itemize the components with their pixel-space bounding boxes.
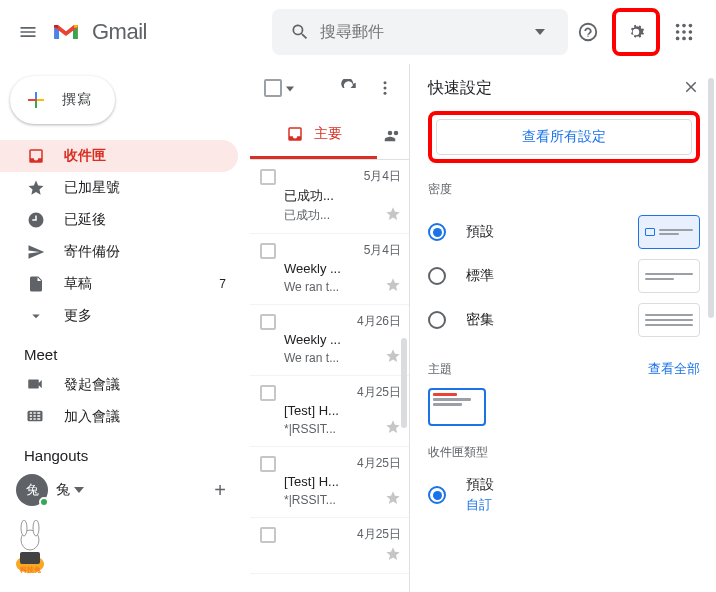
mail-item[interactable]: 4月25日: [250, 518, 409, 574]
mail-snippet: We ran t...: [284, 280, 385, 294]
mail-date: 5月4日: [276, 168, 401, 185]
star-icon[interactable]: [385, 206, 401, 225]
add-contact-button[interactable]: +: [206, 476, 234, 504]
svg-point-4: [682, 30, 686, 34]
svg-point-16: [33, 520, 39, 536]
settings-button[interactable]: [616, 12, 656, 52]
density-option-default[interactable]: 預設: [428, 210, 700, 254]
mail-date: 5月4日: [276, 242, 401, 259]
logo[interactable]: Gmail: [52, 19, 232, 45]
gmail-logo-icon: [52, 21, 80, 43]
search-bar[interactable]: [272, 9, 568, 55]
mail-item[interactable]: 4月25日[Test] H...*|RSSIT...: [250, 376, 409, 447]
star-icon[interactable]: [385, 348, 401, 367]
select-all-checkbox[interactable]: [264, 79, 282, 97]
clock-icon: [26, 210, 46, 230]
mail-checkbox[interactable]: [260, 385, 276, 401]
mail-subject: [Test] H...: [260, 474, 401, 489]
meet-join-meeting[interactable]: 加入會議: [0, 401, 250, 433]
compose-button[interactable]: 撰寫: [10, 76, 115, 124]
star-icon[interactable]: [385, 277, 401, 296]
svg-text:科技兔: 科技兔: [19, 566, 42, 574]
panel-title: 快速設定: [428, 78, 682, 99]
mail-item[interactable]: 4月25日[Test] H...*|RSSIT...: [250, 447, 409, 518]
svg-point-8: [689, 37, 693, 41]
select-dropdown[interactable]: [286, 80, 294, 96]
mail-item[interactable]: 4月26日Weekly ...We ran t...: [250, 305, 409, 376]
compose-label: 撰寫: [62, 91, 91, 109]
svg-point-0: [676, 24, 680, 28]
mail-item[interactable]: 5月4日Weekly ...We ran t...: [250, 234, 409, 305]
mail-subject: 已成功...: [260, 187, 401, 205]
sidebar: 撰寫 收件匣 已加星號 已延後 寄件備份 草稿 7 更多 Meet: [0, 64, 250, 592]
density-preview-default: [638, 215, 700, 249]
menu-button[interactable]: [12, 12, 44, 52]
star-icon[interactable]: [385, 490, 401, 509]
sidebar-item-snoozed[interactable]: 已延後: [0, 204, 238, 236]
inbox-icon: [286, 125, 304, 143]
svg-point-6: [676, 37, 680, 41]
theme-title: 主題: [428, 361, 648, 378]
inbox-icon: [26, 146, 46, 166]
sidebar-item-inbox[interactable]: 收件匣: [0, 140, 238, 172]
brand-text: Gmail: [92, 19, 147, 45]
sidebar-item-more[interactable]: 更多: [0, 300, 238, 332]
sidebar-item-starred[interactable]: 已加星號: [0, 172, 238, 204]
apps-button[interactable]: [664, 12, 704, 52]
hangouts-user-row[interactable]: 兔 兔 +: [0, 470, 250, 506]
mail-checkbox[interactable]: [260, 169, 276, 185]
more-button[interactable]: [367, 70, 403, 106]
radio[interactable]: [428, 223, 446, 241]
mail-checkbox[interactable]: [260, 314, 276, 330]
radio[interactable]: [428, 311, 446, 329]
mail-item[interactable]: 5月4日已成功...已成功...: [250, 160, 409, 234]
all-settings-button[interactable]: 查看所有設定: [436, 119, 692, 155]
svg-point-15: [21, 520, 27, 536]
search-options-dropdown[interactable]: [520, 12, 560, 52]
avatar: 兔: [16, 474, 48, 506]
meet-new-meeting[interactable]: 發起會議: [0, 369, 250, 401]
mail-toolbar: [250, 64, 409, 112]
sidebar-item-drafts[interactable]: 草稿 7: [0, 268, 238, 300]
close-button[interactable]: [682, 78, 700, 99]
scrollbar[interactable]: [401, 338, 407, 428]
mail-snippet: *|RSSIT...: [284, 422, 385, 436]
density-title: 密度: [428, 181, 700, 198]
mail-subject: Weekly ...: [260, 332, 401, 347]
density-option-comfortable[interactable]: 標準: [428, 254, 700, 298]
mail-snippet: 已成功...: [284, 207, 385, 224]
mail-checkbox[interactable]: [260, 527, 276, 543]
hangouts-section-title: Hangouts: [0, 433, 250, 470]
svg-point-7: [682, 37, 686, 41]
radio[interactable]: [428, 267, 446, 285]
svg-rect-13: [20, 552, 40, 564]
help-button[interactable]: [568, 12, 608, 52]
svg-point-10: [384, 87, 387, 90]
mail-checkbox[interactable]: [260, 456, 276, 472]
mail-checkbox[interactable]: [260, 243, 276, 259]
tab-primary[interactable]: 主要: [250, 112, 377, 159]
sidebar-item-sent[interactable]: 寄件備份: [0, 236, 238, 268]
search-icon[interactable]: [280, 12, 320, 52]
settings-highlight: [612, 8, 660, 56]
theme-view-all-link[interactable]: 查看全部: [648, 360, 700, 378]
density-preview-comfortable: [638, 259, 700, 293]
chevron-down-icon[interactable]: [70, 482, 84, 498]
star-icon[interactable]: [385, 546, 401, 565]
inbox-type-default[interactable]: 預設 自訂: [428, 473, 700, 517]
keyboard-icon: [26, 407, 46, 428]
svg-point-2: [689, 24, 693, 28]
star-icon[interactable]: [385, 419, 401, 438]
svg-point-1: [682, 24, 686, 28]
density-option-compact[interactable]: 密集: [428, 298, 700, 342]
mail-tabs: 主要: [250, 112, 409, 160]
all-settings-highlight: 查看所有設定: [428, 111, 700, 163]
theme-thumbnail[interactable]: [428, 388, 486, 426]
quick-settings-panel: 快速設定 查看所有設定 密度 預設 標準: [410, 64, 716, 592]
inbox-type-custom-link[interactable]: 自訂: [466, 496, 700, 514]
refresh-button[interactable]: [331, 70, 367, 106]
tab-social[interactable]: [377, 112, 409, 159]
scrollbar[interactable]: [708, 78, 714, 318]
radio[interactable]: [428, 486, 446, 504]
search-input[interactable]: [320, 23, 520, 41]
